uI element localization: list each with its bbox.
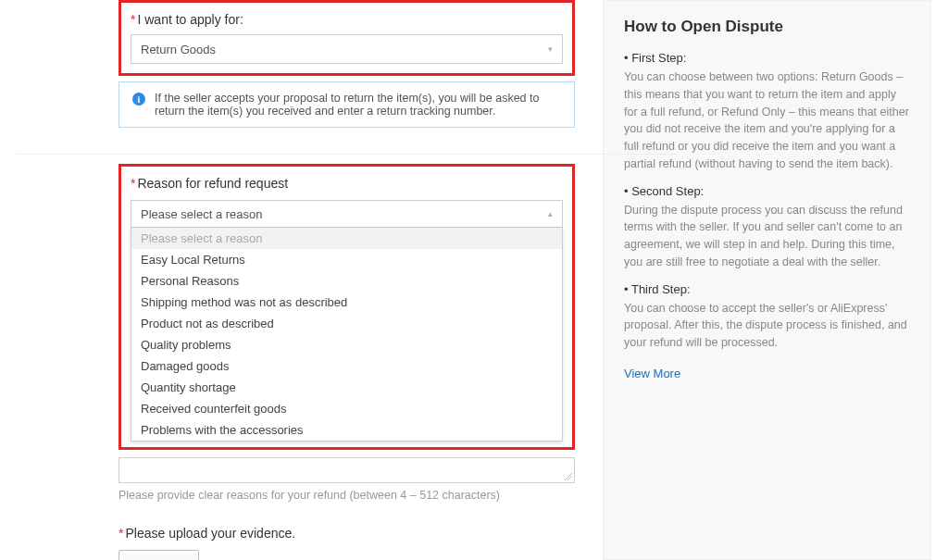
reason-label: *Reason for refund request	[131, 176, 563, 191]
textarea-hint: Please provide clear reasons for your re…	[118, 489, 575, 502]
step-label: First Step:	[624, 51, 910, 65]
required-mark: *	[118, 526, 123, 541]
step-text: You can choose between two options: Retu…	[624, 68, 910, 173]
reason-selected-value: Please select a reason	[141, 207, 263, 221]
reason-option[interactable]: Problems with the accessories	[131, 419, 562, 441]
step-label: Second Step:	[624, 184, 910, 198]
reason-option-placeholder: Please select a reason	[131, 228, 562, 249]
step-text: During the dispute process you can discu…	[624, 202, 910, 271]
evidence-section: *Please upload your evidence. Browse You…	[118, 526, 575, 560]
evidence-title-text: Please upload your evidence.	[125, 526, 295, 541]
reason-label-text: Reason for refund request	[137, 176, 288, 191]
browse-button[interactable]: Browse	[118, 550, 199, 560]
apply-for-select[interactable]: Return Goods ▾	[131, 34, 563, 64]
sidebar-step-2: Second Step: During the dispute process …	[624, 184, 910, 271]
reason-dropdown: Please select a reason Easy Local Return…	[131, 228, 563, 442]
chevron-up-icon: ▴	[548, 209, 553, 218]
reason-textarea[interactable]	[118, 457, 575, 483]
evidence-title: *Please upload your evidence.	[118, 526, 575, 541]
required-mark: *	[131, 176, 135, 191]
apply-for-label-text: I want to apply for:	[137, 12, 243, 27]
apply-for-section: *I want to apply for: Return Goods ▾	[118, 0, 575, 76]
reason-option[interactable]: Product not as described	[131, 313, 562, 334]
step-text: You can choose to accept the seller's or…	[624, 300, 910, 352]
step-label: Third Step:	[624, 282, 910, 296]
reason-option[interactable]: Quantity shortage	[131, 377, 562, 398]
sidebar-title: How to Open Dispute	[624, 18, 910, 36]
info-banner: i If the seller accepts your proposal to…	[118, 81, 575, 128]
apply-for-label: *I want to apply for:	[131, 12, 563, 27]
view-more-link[interactable]: View More	[624, 367, 680, 380]
sidebar-step-3: Third Step: You can choose to accept the…	[624, 282, 910, 352]
reason-option[interactable]: Received counterfeit goods	[131, 398, 562, 419]
info-icon: i	[132, 93, 145, 106]
section-divider	[17, 154, 677, 155]
apply-for-value: Return Goods	[141, 43, 216, 56]
reason-option[interactable]: Easy Local Returns	[131, 249, 562, 270]
reason-option[interactable]: Personal Reasons	[131, 270, 562, 292]
required-mark: *	[131, 12, 135, 27]
reason-section: *Reason for refund request Please select…	[118, 164, 575, 450]
reason-option[interactable]: Damaged goods	[131, 355, 562, 377]
chevron-down-icon: ▾	[548, 44, 553, 54]
sidebar: How to Open Dispute First Step: You can …	[603, 0, 931, 560]
reason-select[interactable]: Please select a reason ▴	[131, 200, 563, 228]
reason-option[interactable]: Quality problems	[131, 334, 562, 355]
info-banner-text: If the seller accepts your proposal to r…	[155, 92, 561, 118]
reason-option[interactable]: Shipping method was not as described	[131, 292, 562, 313]
